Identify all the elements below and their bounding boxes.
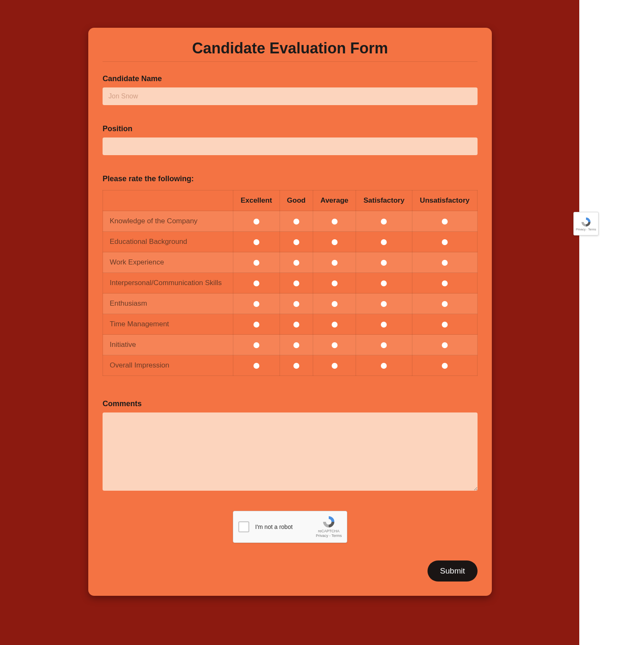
radio-icon [442,280,448,286]
radio-icon [293,260,299,266]
rating-radio-cell[interactable] [412,232,477,252]
recaptcha-badge-legal: Privacy - Terms [576,228,596,231]
rating-radio-cell[interactable] [233,232,280,252]
rating-radio-cell[interactable] [412,335,477,355]
rating-radio-cell[interactable] [280,211,313,232]
candidate-name-label: Candidate Name [103,74,478,83]
recaptcha-label: I'm not a robot [255,523,316,530]
rating-radio-cell[interactable] [313,211,356,232]
recaptcha-badge[interactable]: Privacy - Terms [573,212,599,235]
radio-icon [332,260,338,266]
rating-radio-cell[interactable] [233,314,280,335]
radio-icon [332,219,338,225]
recaptcha-brand: reCAPTCHA Privacy - Terms [316,515,342,538]
rating-row-label: Interpersonal/Communication Skills [103,273,233,293]
radio-icon [293,342,299,348]
rating-radio-cell[interactable] [356,232,412,252]
recaptcha-icon [322,515,336,528]
recaptcha-checkbox[interactable] [238,521,249,532]
radio-icon [332,280,338,286]
rating-radio-cell[interactable] [280,335,313,355]
comments-label: Comments [103,399,478,408]
rating-header-col: Good [280,190,313,211]
rating-radio-cell[interactable] [313,355,356,376]
rating-radio-cell[interactable] [313,252,356,273]
rating-row: Interpersonal/Communication Skills [103,273,478,293]
candidate-name-input[interactable] [103,87,478,105]
rating-radio-cell[interactable] [280,273,313,293]
rating-row-label: Initiative [103,335,233,355]
rating-radio-cell[interactable] [412,273,477,293]
rating-row: Work Experience [103,252,478,273]
radio-icon [332,322,338,328]
radio-icon [253,219,259,225]
rating-radio-cell[interactable] [356,273,412,293]
rating-radio-cell[interactable] [280,293,313,314]
rating-radio-cell[interactable] [412,314,477,335]
radio-icon [332,239,338,245]
rating-radio-cell[interactable] [313,314,356,335]
rating-radio-cell[interactable] [356,314,412,335]
radio-icon [381,363,387,369]
rating-header-col: Unsatisfactory [412,190,477,211]
rating-radio-cell[interactable] [356,293,412,314]
rating-radio-cell[interactable] [280,314,313,335]
rating-row: Enthusiasm [103,293,478,314]
comments-textarea[interactable] [103,412,478,491]
radio-icon [253,280,259,286]
rating-row-label: Knowledge of the Company [103,211,233,232]
submit-button[interactable]: Submit [428,560,478,582]
radio-icon [293,280,299,286]
rating-radio-cell[interactable] [356,335,412,355]
rating-radio-cell[interactable] [280,355,313,376]
radio-icon [332,301,338,307]
rating-radio-cell[interactable] [280,252,313,273]
rating-radio-cell[interactable] [356,211,412,232]
rating-radio-cell[interactable] [412,355,477,376]
radio-icon [293,322,299,328]
radio-icon [253,363,259,369]
rating-radio-cell[interactable] [233,293,280,314]
rating-row: Overall Impression [103,355,478,376]
rating-header-blank [103,190,233,211]
rating-radio-cell[interactable] [233,335,280,355]
radio-icon [253,301,259,307]
rating-radio-cell[interactable] [233,211,280,232]
rating-row-label: Enthusiasm [103,293,233,314]
radio-icon [442,363,448,369]
radio-icon [381,219,387,225]
position-input[interactable] [103,137,478,155]
position-label: Position [103,124,478,133]
rating-radio-cell[interactable] [412,293,477,314]
rating-header-col: Excellent [233,190,280,211]
rating-radio-cell[interactable] [233,252,280,273]
rating-row: Initiative [103,335,478,355]
rating-row-label: Educational Background [103,232,233,252]
rating-radio-cell[interactable] [233,273,280,293]
rating-radio-cell[interactable] [313,273,356,293]
rating-row-label: Overall Impression [103,355,233,376]
rating-radio-cell[interactable] [280,232,313,252]
rating-radio-cell[interactable] [313,335,356,355]
rating-header-col: Satisfactory [356,190,412,211]
rating-radio-cell[interactable] [313,293,356,314]
radio-icon [332,363,338,369]
radio-icon [381,301,387,307]
radio-icon [442,322,448,328]
radio-icon [293,301,299,307]
rating-radio-cell[interactable] [356,252,412,273]
radio-icon [442,342,448,348]
rating-radio-cell[interactable] [313,232,356,252]
rating-radio-cell[interactable] [412,252,477,273]
position-field: Position [103,124,478,155]
rating-radio-cell[interactable] [233,355,280,376]
rating-radio-cell[interactable] [412,211,477,232]
recaptcha-widget[interactable]: I'm not a robot reCAPTCHA Privacy - Term… [233,511,347,543]
rating-table: Excellent Good Average Satisfactory Unsa… [103,190,478,376]
radio-icon [253,260,259,266]
radio-icon [442,219,448,225]
rating-radio-cell[interactable] [356,355,412,376]
radio-icon [442,239,448,245]
form-title: Candidate Evaluation Form [103,40,478,62]
rating-header-col: Average [313,190,356,211]
